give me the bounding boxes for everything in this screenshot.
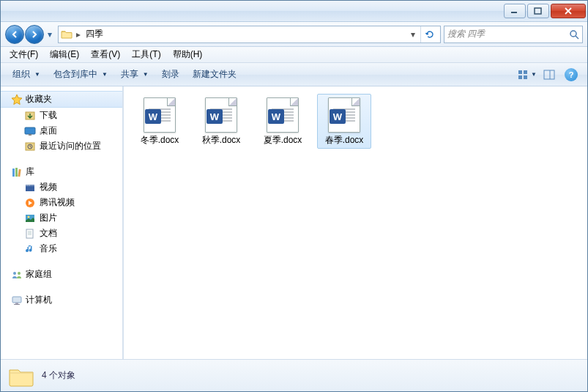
search-input[interactable]: 搜索 四季 [444, 26, 583, 43]
word-document-icon: W [144, 97, 176, 133]
refresh-button[interactable] [420, 26, 438, 42]
status-text: 4 个对象 [42, 369, 75, 382]
menu-tools[interactable]: 工具(T) [126, 46, 166, 63]
sidebar-item-recent[interactable]: 最近访问的位置 [1, 138, 123, 154]
svg-rect-5 [524, 70, 527, 74]
file-item[interactable]: W夏季.docx [256, 94, 310, 149]
window-controls [504, 4, 586, 18]
help-icon: ? [565, 68, 578, 81]
maximize-button[interactable] [527, 4, 549, 18]
new-folder-button[interactable]: 新建文件夹 [187, 65, 242, 84]
sidebar-item-music[interactable]: 音乐 [1, 241, 123, 256]
sidebar-libraries[interactable]: 库 [1, 164, 123, 180]
svg-point-2 [570, 31, 576, 37]
word-document-icon: W [205, 97, 237, 133]
recent-icon [24, 141, 36, 152]
toolbar: 组织▼ 包含到库中▼ 共享▼ 刻录 新建文件夹 ▼ ? [1, 63, 587, 86]
navigation-pane: 收藏夹 下载 桌面 最近访问的位置 库 [1, 86, 124, 359]
sidebar-item-tencent-video[interactable]: 腾讯视频 [1, 195, 123, 210]
word-document-icon: W [328, 97, 360, 133]
address-dropdown[interactable]: ▾ [406, 26, 418, 42]
file-label: 冬季.docx [141, 135, 179, 145]
svg-point-20 [27, 185, 28, 185]
svg-point-24 [28, 215, 30, 218]
libraries-icon [11, 166, 23, 178]
file-label: 秋季.docx [202, 135, 241, 145]
file-item[interactable]: W秋季.docx [194, 94, 248, 149]
homegroup-icon [11, 269, 23, 281]
search-placeholder: 搜索 四季 [447, 28, 569, 40]
svg-rect-1 [535, 8, 541, 14]
menubar: 文件(F) 编辑(E) 查看(V) 工具(T) 帮助(H) [1, 47, 587, 63]
documents-icon [24, 228, 36, 240]
file-item[interactable]: W春季.docx [317, 94, 371, 149]
navigation-bar: ▾ ▸ 四季 ▾ 搜索 四季 [1, 22, 587, 47]
svg-point-30 [18, 272, 21, 275]
close-button[interactable] [551, 4, 586, 18]
file-label: 春季.docx [325, 135, 364, 145]
minimize-button[interactable] [504, 4, 526, 18]
sidebar-item-desktop[interactable]: 桌面 [1, 123, 123, 138]
svg-rect-4 [518, 70, 522, 74]
pictures-icon [24, 212, 36, 224]
svg-rect-16 [15, 168, 18, 177]
svg-rect-8 [544, 70, 554, 79]
view-mode-button[interactable]: ▼ [517, 66, 537, 84]
sidebar-item-downloads[interactable]: 下载 [1, 108, 123, 123]
video-icon [24, 182, 36, 193]
menu-view[interactable]: 查看(V) [85, 46, 126, 63]
svg-line-3 [576, 36, 578, 39]
svg-rect-7 [524, 75, 527, 79]
include-library-button[interactable]: 包含到库中▼ [48, 65, 113, 84]
preview-pane-button[interactable] [539, 66, 559, 84]
search-icon [569, 29, 579, 40]
menu-edit[interactable]: 编辑(E) [44, 46, 85, 63]
address-bar[interactable]: ▸ 四季 ▾ [58, 26, 441, 43]
svg-rect-6 [518, 75, 522, 79]
help-button[interactable]: ? [561, 66, 581, 84]
history-dropdown[interactable]: ▾ [45, 25, 55, 44]
svg-point-21 [29, 185, 30, 185]
sidebar-homegroup[interactable]: 家庭组 [1, 267, 123, 282]
share-button[interactable]: 共享▼ [115, 65, 155, 84]
svg-point-29 [13, 272, 16, 275]
file-item[interactable]: W冬季.docx [133, 94, 187, 149]
computer-icon [11, 295, 23, 306]
svg-rect-17 [18, 169, 21, 176]
status-bar: 4 个对象 [1, 359, 587, 391]
breadcrumb-separator[interactable]: ▸ [75, 29, 82, 40]
tencent-video-icon [24, 197, 36, 209]
explorer-window: ▾ ▸ 四季 ▾ 搜索 四季 文件(F) 编辑(E) 查看(V) 工具( [0, 0, 588, 392]
sidebar-item-documents[interactable]: 文档 [1, 226, 123, 241]
menu-file[interactable]: 文件(F) [4, 46, 44, 63]
sidebar-item-videos[interactable]: 视频 [1, 180, 123, 195]
breadcrumb-folder[interactable]: 四季 [84, 28, 404, 40]
file-list-pane[interactable]: W冬季.docxW秋季.docxW夏季.docxW春季.docx [124, 86, 587, 359]
sidebar-computer[interactable]: 计算机 [1, 292, 123, 308]
downloads-icon [24, 110, 36, 122]
svg-rect-33 [14, 304, 20, 305]
svg-rect-12 [29, 134, 31, 136]
svg-rect-11 [25, 127, 35, 134]
organize-button[interactable]: 组织▼ [7, 65, 46, 84]
titlebar [1, 1, 587, 22]
desktop-icon [24, 125, 36, 137]
svg-rect-15 [12, 169, 15, 177]
file-label: 夏季.docx [264, 135, 302, 145]
content-area: 收藏夹 下载 桌面 最近访问的位置 库 [1, 86, 587, 359]
forward-button[interactable] [25, 25, 44, 44]
burn-button[interactable]: 刻录 [156, 65, 185, 84]
word-document-icon: W [267, 97, 299, 133]
svg-rect-25 [26, 229, 33, 238]
folder-icon [61, 29, 72, 40]
svg-rect-32 [15, 303, 18, 304]
back-button[interactable] [5, 25, 24, 44]
svg-rect-31 [12, 297, 21, 303]
status-folder-icon [8, 364, 34, 388]
sidebar-item-pictures[interactable]: 图片 [1, 210, 123, 226]
svg-rect-0 [511, 12, 517, 13]
menu-help[interactable]: 帮助(H) [167, 46, 209, 63]
favorites-icon [11, 94, 23, 106]
sidebar-favorites[interactable]: 收藏夹 [1, 91, 123, 108]
music-icon [24, 243, 36, 255]
